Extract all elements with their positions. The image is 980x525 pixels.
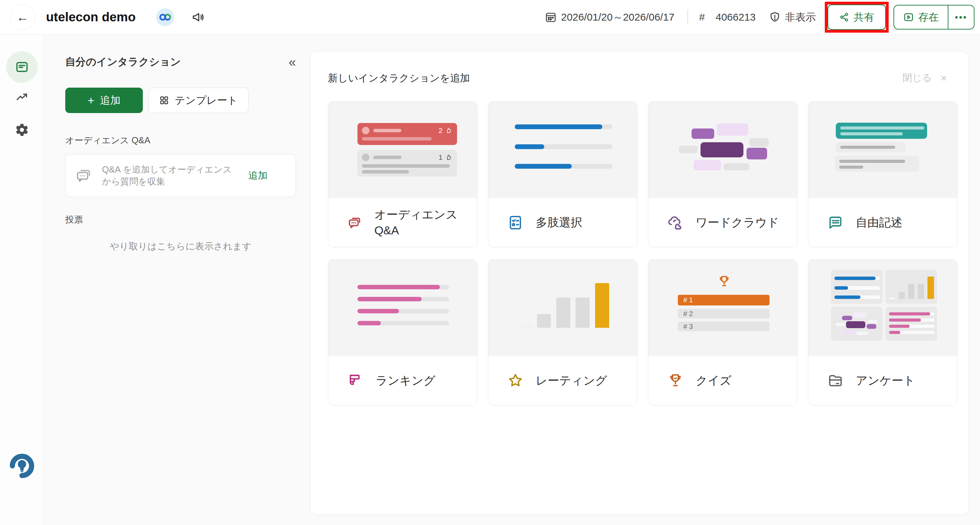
present-button[interactable]: 存在 [894, 5, 948, 29]
calendar-icon [545, 0, 557, 34]
cloud-preview [648, 102, 797, 198]
webex-logo-icon [159, 13, 171, 21]
type-label: ワードクラウド [696, 215, 779, 231]
present-button-label: 存在 [918, 10, 939, 24]
type-label: 多肢選択 [536, 215, 582, 231]
templates-button-label: テンプレート [175, 93, 238, 107]
open-preview [808, 102, 957, 198]
qa-section-label: オーディエンス Q&A [65, 134, 296, 146]
date-range: 2026/01/20～2026/06/17 [561, 0, 675, 34]
qa-hint-text: Q&A を追加してオーディエンスから質問を収集 [102, 164, 239, 188]
ranking-type-icon [347, 372, 364, 389]
interactions-sidebar: 自分のインタラクション « + 追加 テンプレート オーディエンス Q&A Q&… [65, 55, 296, 252]
type-label: レーティング [536, 373, 607, 389]
share-icon [839, 12, 850, 22]
card-word-cloud[interactable]: ワードクラウド [648, 101, 797, 247]
trending-up-icon [15, 90, 29, 104]
slides-icon [14, 59, 30, 75]
card-rating[interactable]: レーティング [488, 259, 637, 405]
qa-top-vote-count: 2 [439, 126, 442, 135]
sidebar-title: 自分のインタラクション [65, 55, 181, 69]
qa-preview: 2 1 [328, 102, 477, 198]
topbar-divider [687, 10, 688, 25]
qa-second-vote-count: 1 [439, 153, 442, 161]
panel-title: 新しいインタラクションを追加 [328, 72, 470, 85]
left-rail: ? [0, 35, 44, 525]
card-open-ended[interactable]: 自由記述 [808, 101, 957, 247]
card-quiz[interactable]: # 1 # 2 # 3 クイズ [648, 259, 797, 405]
annotation-highlight-box: 共有 [825, 2, 889, 33]
quiz-rank-3: # 3 [678, 322, 770, 331]
type-label: オーディエンス Q&A [374, 207, 477, 238]
close-x-icon[interactable]: × [940, 72, 947, 85]
bulb-logo-icon [7, 451, 37, 481]
quiz-preview: # 1 # 2 # 3 [648, 260, 797, 356]
page-title: utelecon demo [46, 0, 136, 34]
interaction-type-grid: 2 1 [328, 101, 957, 405]
top-bar: ← utelecon demo 2026/01/20～2026/06/17 # … [0, 0, 980, 34]
type-label: アンケート [856, 373, 915, 389]
quiz-trophy-glyph [717, 274, 732, 289]
brand-logo [7, 451, 37, 481]
shield-alert-icon [768, 0, 781, 34]
hidden-toggle[interactable]: 非表示 [785, 0, 816, 34]
qa-add-card[interactable]: Q&A を追加してオーディエンスから質問を収集 追加 [65, 154, 296, 197]
close-label[interactable]: 閉じる [902, 72, 932, 85]
type-label: 自由記述 [856, 215, 902, 231]
card-ranking[interactable]: ランキング [328, 259, 477, 405]
rail-item-settings[interactable] [15, 123, 29, 137]
polls-empty-text: やり取りはこちらに表示されます [65, 240, 296, 252]
more-options-button[interactable]: ••• [948, 5, 974, 29]
survey-type-icon [827, 372, 844, 389]
rail-item-interactions[interactable] [6, 51, 38, 83]
thumbs-up-icon [445, 154, 452, 161]
qa-type-icon [347, 214, 363, 231]
quiz-rank-1: # 1 [678, 295, 770, 305]
card-audience-qa[interactable]: 2 1 [328, 101, 477, 247]
type-label: クイズ [696, 373, 732, 389]
present-icon [903, 12, 914, 23]
qa-add-link[interactable]: 追加 [248, 169, 267, 182]
share-button[interactable]: 共有 [827, 5, 886, 30]
word-cloud-type-icon [667, 214, 684, 231]
open-ended-type-icon [827, 214, 844, 231]
type-label: ランキング [375, 373, 435, 389]
polls-section-label: 投票 [65, 214, 296, 226]
thumbs-up-icon [445, 127, 452, 134]
ranking-preview [328, 260, 477, 356]
back-arrow-icon: ← [16, 10, 29, 24]
rating-preview [488, 260, 637, 356]
add-button-label: 追加 [100, 93, 121, 107]
multiple-choice-type-icon [507, 214, 524, 231]
share-button-label: 共有 [854, 10, 874, 24]
card-survey[interactable]: アンケート [808, 259, 957, 405]
gear-icon [15, 123, 29, 137]
rail-item-analytics[interactable] [15, 90, 29, 104]
present-button-group: 存在 ••• [894, 5, 975, 30]
hash-icon: # [699, 0, 705, 34]
quiz-type-icon [667, 372, 684, 389]
template-grid-icon [159, 95, 169, 105]
card-multiple-choice[interactable]: 多肢選択 [488, 101, 637, 247]
plus-icon: + [88, 94, 94, 107]
announcement-speaker-icon[interactable] [191, 10, 205, 26]
rating-type-icon [507, 372, 524, 389]
qa-bubbles-icon [75, 166, 93, 185]
session-code: 4066213 [716, 0, 756, 34]
add-interaction-panel: 新しいインタラクションを追加 閉じる × 2 [311, 51, 968, 514]
quiz-rank-2: # 2 [678, 309, 770, 319]
templates-button[interactable]: テンプレート [148, 88, 248, 113]
webex-badge[interactable] [156, 8, 174, 26]
back-button[interactable]: ← [10, 4, 36, 30]
survey-preview [808, 260, 957, 356]
add-interaction-button[interactable]: + 追加 [65, 88, 143, 113]
choice-preview [488, 102, 637, 198]
collapse-sidebar-button[interactable]: « [289, 56, 296, 69]
